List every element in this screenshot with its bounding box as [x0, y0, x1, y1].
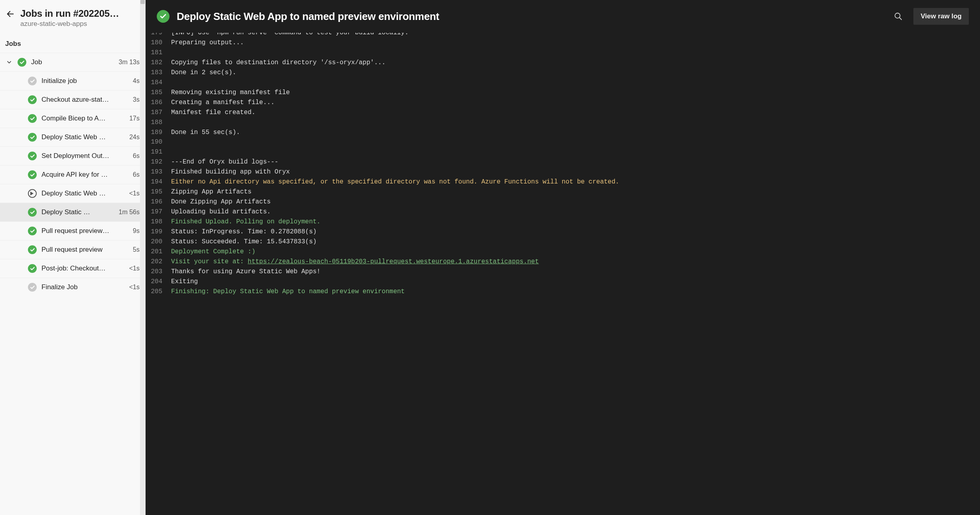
line-text: Done in 55 sec(s).: [171, 128, 980, 138]
log-line: 184: [149, 78, 980, 88]
log-line: 188: [149, 118, 980, 128]
line-text: Visit your site at: https://zealous-beac…: [171, 257, 980, 267]
line-number: 200: [149, 237, 171, 247]
step-row[interactable]: Initialize job4s: [0, 71, 145, 90]
log-line: 193Finished building app with Oryx: [149, 167, 980, 177]
status-success-icon: [28, 170, 37, 179]
status-success-icon: [28, 264, 37, 273]
sidebar: Jobs in run #202205… azure-static-web-ap…: [0, 0, 146, 515]
step-row[interactable]: Post-job: Checkout…<1s: [0, 259, 145, 278]
line-text: Finished building app with Oryx: [171, 167, 980, 177]
step-label: Post-job: Checkout…: [41, 264, 124, 272]
log-line: 195Zipping App Artifacts: [149, 187, 980, 197]
view-raw-log-button[interactable]: View raw log: [913, 8, 969, 25]
step-duration: 5s: [133, 246, 140, 253]
step-row[interactable]: Set Deployment Out…6s: [0, 146, 145, 165]
line-number: 196: [149, 197, 171, 207]
step-label: Pull request preview…: [41, 227, 128, 235]
line-number: 204: [149, 277, 171, 287]
line-number: 188: [149, 118, 171, 128]
line-number: 187: [149, 108, 171, 118]
step-duration: 1m 56s: [119, 209, 140, 216]
step-label: Finalize Job: [41, 283, 124, 291]
log-line: 194Either no Api directory was specified…: [149, 177, 980, 187]
svg-line-2: [899, 18, 902, 20]
status-success-icon: [18, 58, 26, 67]
job-row[interactable]: Job 3m 13s: [0, 53, 145, 71]
line-text: Done Zipping App Artifacts: [171, 197, 980, 207]
line-text: ---End of Oryx build logs---: [171, 157, 980, 167]
step-label: Acquire API key for …: [41, 171, 128, 179]
step-duration: 3s: [133, 96, 140, 103]
main-panel: Deploy Static Web App to named preview e…: [146, 0, 980, 515]
step-label: Pull request preview: [41, 246, 128, 254]
step-row[interactable]: Deploy Static Web …24s: [0, 128, 145, 146]
status-success-icon: [28, 95, 37, 104]
log-line: 185Removing existing manifest file: [149, 88, 980, 98]
sidebar-scrollbar-track[interactable]: [140, 0, 145, 515]
log-line: 198Finished Upload. Polling on deploymen…: [149, 217, 980, 227]
step-duration: 24s: [129, 134, 140, 141]
line-number: 181: [149, 48, 171, 58]
line-number: 194: [149, 177, 171, 187]
job-name: Job: [31, 58, 114, 66]
line-number: 195: [149, 187, 171, 197]
deployment-url-link[interactable]: https://zealous-beach-05119b203-pullrequ…: [248, 258, 539, 265]
step-row[interactable]: Checkout azure-stat…3s: [0, 90, 145, 109]
step-duration: <1s: [129, 190, 140, 197]
log-line: 199Status: InProgress. Time: 0.2782088(s…: [149, 227, 980, 237]
step-row[interactable]: Compile Bicep to A…17s: [0, 109, 145, 128]
step-row[interactable]: Pull request preview5s: [0, 240, 145, 259]
step-row[interactable]: Finalize Job<1s: [0, 278, 145, 296]
line-number: 203: [149, 267, 171, 277]
log-line: 202Visit your site at: https://zealous-b…: [149, 257, 980, 267]
line-number: 184: [149, 78, 171, 88]
step-label: Initialize job: [41, 77, 128, 85]
line-number: 201: [149, 247, 171, 257]
line-number: 198: [149, 217, 171, 227]
step-row[interactable]: Pull request preview…9s: [0, 221, 145, 240]
status-success-icon: [28, 227, 37, 235]
search-icon[interactable]: [890, 8, 906, 24]
log-viewer[interactable]: 179[INFO] Use `npm run serve` command to…: [146, 33, 980, 515]
line-text: Preparing output...: [171, 38, 980, 48]
status-success-icon: [28, 114, 37, 123]
log-line: 192---End of Oryx build logs---: [149, 157, 980, 167]
log-line: 200Status: Succeeded. Time: 15.5437833(s…: [149, 237, 980, 247]
status-neutral-icon: [28, 77, 37, 85]
step-label: Compile Bicep to A…: [41, 114, 124, 122]
line-text: Copying files to destination directory '…: [171, 58, 980, 68]
step-title: Deploy Static Web App to named preview e…: [177, 10, 883, 23]
status-running-icon: [28, 189, 37, 198]
run-subtitle: azure-static-web-apps: [20, 20, 139, 28]
line-number: 179: [149, 33, 171, 38]
line-text: Manifest file created.: [171, 108, 980, 118]
step-row[interactable]: Deploy Static Web …<1s: [0, 184, 145, 203]
sidebar-header: Jobs in run #202205… azure-static-web-ap…: [0, 0, 145, 35]
chevron-down-icon[interactable]: [6, 59, 13, 65]
job-list: Job 3m 13s Initialize job4sCheckout azur…: [0, 53, 145, 515]
line-text: Status: Succeeded. Time: 15.5437833(s): [171, 237, 980, 247]
line-number: 182: [149, 58, 171, 68]
line-number: 183: [149, 68, 171, 78]
log-line: 182Copying files to destination director…: [149, 58, 980, 68]
log-line: 186Creating a manifest file...: [149, 98, 980, 108]
line-text: Exiting: [171, 277, 980, 287]
step-row[interactable]: Acquire API key for …6s: [0, 165, 145, 184]
log-line: 203Thanks for using Azure Static Web App…: [149, 267, 980, 277]
back-arrow-icon[interactable]: [6, 10, 15, 20]
log-line: 197Uploading build artifacts.: [149, 207, 980, 217]
step-label: Checkout azure-stat…: [41, 96, 128, 104]
line-text: Zipping App Artifacts: [171, 187, 980, 197]
line-number: 199: [149, 227, 171, 237]
status-success-icon: [28, 133, 37, 142]
line-number: 185: [149, 88, 171, 98]
line-text: Either no Api directory was specified, o…: [171, 177, 980, 187]
step-row[interactable]: Deploy Static …1m 56s: [0, 203, 145, 221]
sidebar-scrollbar-thumb[interactable]: [140, 0, 145, 4]
line-number: 186: [149, 98, 171, 108]
step-duration: 4s: [133, 77, 140, 85]
step-duration: 6s: [133, 171, 140, 178]
line-text: [171, 48, 980, 58]
log-line: 205Finishing: Deploy Static Web App to n…: [149, 287, 980, 297]
